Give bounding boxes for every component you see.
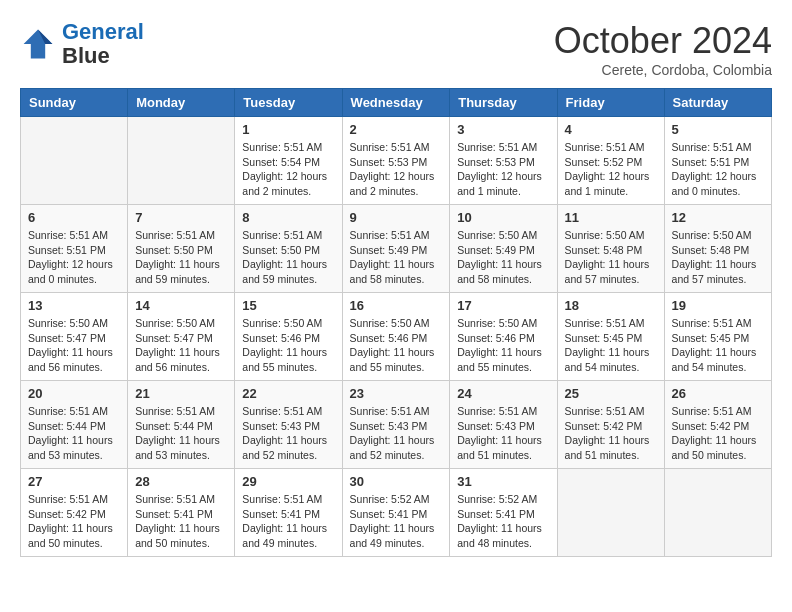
cell-content: Sunrise: 5:51 AM Sunset: 5:50 PM Dayligh…: [135, 228, 227, 287]
weekday-header: Thursday: [450, 89, 557, 117]
cell-content: Sunrise: 5:50 AM Sunset: 5:49 PM Dayligh…: [457, 228, 549, 287]
day-number: 24: [457, 386, 549, 401]
cell-content: Sunrise: 5:50 AM Sunset: 5:46 PM Dayligh…: [242, 316, 334, 375]
cell-content: Sunrise: 5:51 AM Sunset: 5:42 PM Dayligh…: [672, 404, 764, 463]
calendar-cell: 24Sunrise: 5:51 AM Sunset: 5:43 PM Dayli…: [450, 381, 557, 469]
calendar-cell: 13Sunrise: 5:50 AM Sunset: 5:47 PM Dayli…: [21, 293, 128, 381]
day-number: 16: [350, 298, 443, 313]
calendar-cell: 8Sunrise: 5:51 AM Sunset: 5:50 PM Daylig…: [235, 205, 342, 293]
calendar-cell: 26Sunrise: 5:51 AM Sunset: 5:42 PM Dayli…: [664, 381, 771, 469]
calendar-cell: 6Sunrise: 5:51 AM Sunset: 5:51 PM Daylig…: [21, 205, 128, 293]
cell-content: Sunrise: 5:51 AM Sunset: 5:43 PM Dayligh…: [242, 404, 334, 463]
logo: General Blue: [20, 20, 144, 68]
calendar-cell: 25Sunrise: 5:51 AM Sunset: 5:42 PM Dayli…: [557, 381, 664, 469]
calendar-cell: 4Sunrise: 5:51 AM Sunset: 5:52 PM Daylig…: [557, 117, 664, 205]
cell-content: Sunrise: 5:51 AM Sunset: 5:42 PM Dayligh…: [28, 492, 120, 551]
calendar-week-row: 1Sunrise: 5:51 AM Sunset: 5:54 PM Daylig…: [21, 117, 772, 205]
calendar-cell: 15Sunrise: 5:50 AM Sunset: 5:46 PM Dayli…: [235, 293, 342, 381]
weekday-header: Friday: [557, 89, 664, 117]
cell-content: Sunrise: 5:50 AM Sunset: 5:47 PM Dayligh…: [28, 316, 120, 375]
weekday-header: Wednesday: [342, 89, 450, 117]
calendar-cell: 2Sunrise: 5:51 AM Sunset: 5:53 PM Daylig…: [342, 117, 450, 205]
day-number: 1: [242, 122, 334, 137]
calendar-cell: 22Sunrise: 5:51 AM Sunset: 5:43 PM Dayli…: [235, 381, 342, 469]
cell-content: Sunrise: 5:51 AM Sunset: 5:53 PM Dayligh…: [457, 140, 549, 199]
calendar-cell: 10Sunrise: 5:50 AM Sunset: 5:49 PM Dayli…: [450, 205, 557, 293]
day-number: 21: [135, 386, 227, 401]
calendar-cell: 14Sunrise: 5:50 AM Sunset: 5:47 PM Dayli…: [128, 293, 235, 381]
cell-content: Sunrise: 5:51 AM Sunset: 5:41 PM Dayligh…: [242, 492, 334, 551]
calendar-cell: [557, 469, 664, 557]
cell-content: Sunrise: 5:52 AM Sunset: 5:41 PM Dayligh…: [457, 492, 549, 551]
title-block: October 2024 Cerete, Cordoba, Colombia: [554, 20, 772, 78]
cell-content: Sunrise: 5:51 AM Sunset: 5:51 PM Dayligh…: [28, 228, 120, 287]
day-number: 26: [672, 386, 764, 401]
day-number: 17: [457, 298, 549, 313]
calendar-cell: 1Sunrise: 5:51 AM Sunset: 5:54 PM Daylig…: [235, 117, 342, 205]
day-number: 2: [350, 122, 443, 137]
logo-text: General Blue: [62, 20, 144, 68]
logo-line1: General: [62, 19, 144, 44]
day-number: 15: [242, 298, 334, 313]
calendar-cell: [664, 469, 771, 557]
day-number: 25: [565, 386, 657, 401]
day-number: 9: [350, 210, 443, 225]
day-number: 12: [672, 210, 764, 225]
day-number: 8: [242, 210, 334, 225]
calendar-week-row: 13Sunrise: 5:50 AM Sunset: 5:47 PM Dayli…: [21, 293, 772, 381]
cell-content: Sunrise: 5:51 AM Sunset: 5:45 PM Dayligh…: [565, 316, 657, 375]
calendar-cell: 11Sunrise: 5:50 AM Sunset: 5:48 PM Dayli…: [557, 205, 664, 293]
day-number: 4: [565, 122, 657, 137]
weekday-header: Monday: [128, 89, 235, 117]
cell-content: Sunrise: 5:50 AM Sunset: 5:48 PM Dayligh…: [565, 228, 657, 287]
calendar-cell: 31Sunrise: 5:52 AM Sunset: 5:41 PM Dayli…: [450, 469, 557, 557]
calendar-cell: 30Sunrise: 5:52 AM Sunset: 5:41 PM Dayli…: [342, 469, 450, 557]
calendar-cell: 27Sunrise: 5:51 AM Sunset: 5:42 PM Dayli…: [21, 469, 128, 557]
day-number: 5: [672, 122, 764, 137]
cell-content: Sunrise: 5:51 AM Sunset: 5:42 PM Dayligh…: [565, 404, 657, 463]
calendar-cell: 23Sunrise: 5:51 AM Sunset: 5:43 PM Dayli…: [342, 381, 450, 469]
day-number: 22: [242, 386, 334, 401]
day-number: 3: [457, 122, 549, 137]
calendar-cell: 19Sunrise: 5:51 AM Sunset: 5:45 PM Dayli…: [664, 293, 771, 381]
page-header: General Blue October 2024 Cerete, Cordob…: [20, 20, 772, 78]
cell-content: Sunrise: 5:51 AM Sunset: 5:43 PM Dayligh…: [457, 404, 549, 463]
day-number: 29: [242, 474, 334, 489]
day-number: 11: [565, 210, 657, 225]
calendar-cell: [128, 117, 235, 205]
cell-content: Sunrise: 5:51 AM Sunset: 5:51 PM Dayligh…: [672, 140, 764, 199]
cell-content: Sunrise: 5:50 AM Sunset: 5:47 PM Dayligh…: [135, 316, 227, 375]
cell-content: Sunrise: 5:51 AM Sunset: 5:50 PM Dayligh…: [242, 228, 334, 287]
day-number: 23: [350, 386, 443, 401]
month-title: October 2024: [554, 20, 772, 62]
cell-content: Sunrise: 5:51 AM Sunset: 5:49 PM Dayligh…: [350, 228, 443, 287]
day-number: 27: [28, 474, 120, 489]
cell-content: Sunrise: 5:50 AM Sunset: 5:46 PM Dayligh…: [350, 316, 443, 375]
logo-line2: Blue: [62, 44, 144, 68]
calendar-cell: 7Sunrise: 5:51 AM Sunset: 5:50 PM Daylig…: [128, 205, 235, 293]
logo-icon: [20, 26, 56, 62]
day-number: 7: [135, 210, 227, 225]
cell-content: Sunrise: 5:51 AM Sunset: 5:53 PM Dayligh…: [350, 140, 443, 199]
day-number: 31: [457, 474, 549, 489]
calendar-week-row: 27Sunrise: 5:51 AM Sunset: 5:42 PM Dayli…: [21, 469, 772, 557]
calendar-cell: 16Sunrise: 5:50 AM Sunset: 5:46 PM Dayli…: [342, 293, 450, 381]
calendar-week-row: 20Sunrise: 5:51 AM Sunset: 5:44 PM Dayli…: [21, 381, 772, 469]
calendar-cell: 5Sunrise: 5:51 AM Sunset: 5:51 PM Daylig…: [664, 117, 771, 205]
calendar-cell: [21, 117, 128, 205]
cell-content: Sunrise: 5:50 AM Sunset: 5:46 PM Dayligh…: [457, 316, 549, 375]
day-number: 13: [28, 298, 120, 313]
cell-content: Sunrise: 5:51 AM Sunset: 5:43 PM Dayligh…: [350, 404, 443, 463]
calendar-cell: 12Sunrise: 5:50 AM Sunset: 5:48 PM Dayli…: [664, 205, 771, 293]
calendar-cell: 28Sunrise: 5:51 AM Sunset: 5:41 PM Dayli…: [128, 469, 235, 557]
calendar-cell: 9Sunrise: 5:51 AM Sunset: 5:49 PM Daylig…: [342, 205, 450, 293]
day-number: 10: [457, 210, 549, 225]
weekday-header: Tuesday: [235, 89, 342, 117]
cell-content: Sunrise: 5:51 AM Sunset: 5:45 PM Dayligh…: [672, 316, 764, 375]
cell-content: Sunrise: 5:50 AM Sunset: 5:48 PM Dayligh…: [672, 228, 764, 287]
weekday-header: Saturday: [664, 89, 771, 117]
day-number: 30: [350, 474, 443, 489]
cell-content: Sunrise: 5:51 AM Sunset: 5:54 PM Dayligh…: [242, 140, 334, 199]
day-number: 19: [672, 298, 764, 313]
calendar-cell: 20Sunrise: 5:51 AM Sunset: 5:44 PM Dayli…: [21, 381, 128, 469]
